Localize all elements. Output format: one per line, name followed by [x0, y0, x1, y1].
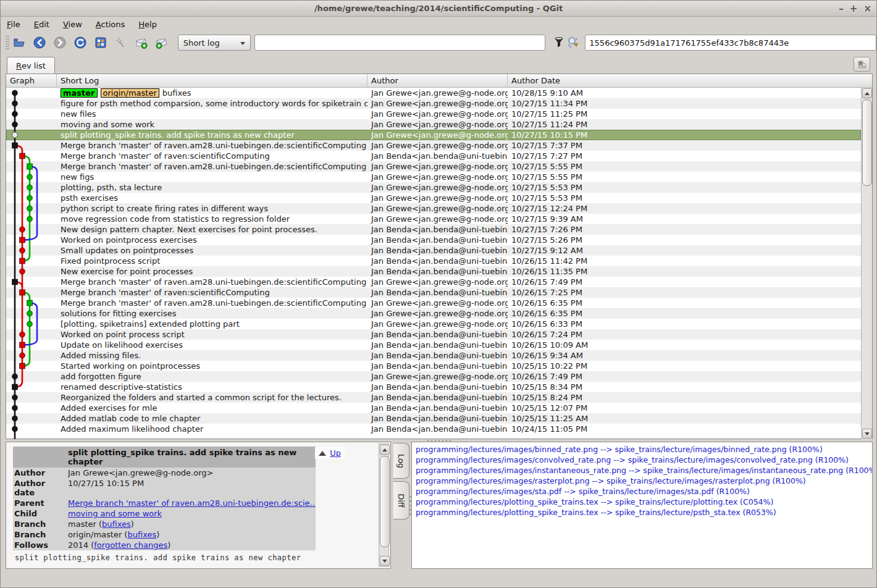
detail-link[interactable]: Merge branch 'master' of raven.am28.uni-… — [68, 498, 316, 508]
commit-row[interactable]: Added matlab code to mle chapterJan Bend… — [6, 413, 861, 424]
commit-row[interactable]: Worked on point process scriptJan Benda<… — [6, 329, 861, 340]
commit-row[interactable]: split plotting_spike trains. add spike t… — [6, 130, 861, 140]
save-patch-icon[interactable] — [134, 35, 149, 50]
commit-subject: Added matlab code to mle chapter — [57, 413, 367, 424]
commit-row[interactable]: Merge branch 'master' of raven.am28.uni-… — [6, 277, 861, 287]
detail-label: Parent — [13, 498, 68, 508]
commit-row[interactable]: python script to create firing rates in … — [6, 203, 861, 214]
reload-icon[interactable] — [73, 35, 88, 50]
filter-icon[interactable] — [552, 35, 566, 50]
file-rename-entry[interactable]: programming/lectures/plotting_spike_trai… — [416, 497, 868, 507]
detail-link[interactable]: bufixes — [102, 519, 131, 529]
detail-link[interactable]: bufixes — [127, 530, 156, 539]
commit-row[interactable]: new filesJan Grewe<jan.grewe@g-node.org>… — [6, 109, 861, 119]
detail-link[interactable]: forgotten changes — [94, 540, 167, 550]
commit-date: 10/27/15 11:24 PM — [508, 119, 861, 130]
file-list-panel: programming/lectures/images/binned_rate.… — [411, 442, 873, 569]
commit-info-box: split plotting_spike trains. add spike t… — [13, 447, 316, 550]
detail-link[interactable]: moving and some work — [68, 509, 162, 518]
search-input[interactable] — [254, 35, 545, 51]
commit-author: Jan Benda<jan.benda@uni-tuebing... — [367, 245, 508, 256]
up-link[interactable]: Up — [315, 447, 345, 459]
close-button[interactable]: × — [863, 4, 871, 14]
tab-log[interactable]: Log — [393, 443, 409, 479]
details-scrollbar-thumb[interactable] — [380, 456, 390, 547]
menu-actions[interactable]: Actions — [96, 20, 125, 29]
file-rename-entry[interactable]: programming/lectures/images/instantaneou… — [416, 465, 868, 476]
commit-row[interactable]: Merge branch 'master' of raven.am28.uni-… — [6, 161, 861, 172]
commit-row[interactable]: New exercise for point processesJan Bend… — [6, 266, 861, 277]
wand-icon[interactable] — [114, 35, 128, 50]
maximize-button[interactable]: + — [850, 4, 858, 14]
commit-subject: Added maximum likelihood chapter — [57, 424, 367, 434]
commit-row[interactable]: solutions for fitting exercisesJan Grewe… — [6, 308, 861, 319]
commit-row[interactable]: Fixed pointprocess scriptJan Benda<jan.b… — [6, 256, 861, 266]
close-tab-button[interactable] — [854, 57, 870, 72]
commit-row[interactable]: move regression code from statistics to … — [6, 214, 861, 224]
commit-author: Jan Grewe<jan.grewe@g-node.org> — [367, 203, 508, 214]
commit-row[interactable]: Started working on pointprocessesJan Ben… — [6, 361, 861, 371]
commit-row[interactable]: Merge branch 'master' of raven.am28.uni-… — [6, 298, 861, 308]
highlight-search-icon[interactable] — [566, 35, 580, 50]
commit-row[interactable]: renamed descriptive-statisticsJan Benda<… — [6, 382, 861, 392]
commit-row[interactable]: Added maximum likelihood chapterJan Bend… — [6, 424, 861, 434]
commit-row[interactable]: Reorganized the folders and started a co… — [6, 392, 861, 403]
file-rename-entry[interactable]: programming/lectures/images/sta.pdf --> … — [416, 486, 868, 497]
commit-row[interactable]: figure for psth method comparsion, some … — [6, 98, 861, 109]
tab-rev-list[interactable]: Rev list — [7, 57, 55, 74]
toolbar-drag-handle[interactable] — [6, 35, 9, 50]
commit-row[interactable]: Merge branch 'master' of raven:scientifi… — [6, 287, 861, 298]
commit-row[interactable]: Update on likelihood exercisesJan Benda<… — [6, 340, 861, 350]
details-scrollbar[interactable] — [379, 443, 389, 567]
menu-file[interactable]: File — [7, 20, 20, 29]
commit-row[interactable]: Worked on pointprocess exercisesJan Bend… — [6, 235, 861, 245]
back-icon[interactable] — [32, 35, 47, 50]
commit-row[interactable]: masterorigin/masterbufixesJan Grewe<jan.… — [6, 88, 861, 98]
detail-label: Follows — [13, 540, 68, 550]
column-header-graph[interactable]: Graph — [6, 74, 57, 88]
table-header: GraphShort LogAuthorAuthor Date — [6, 74, 872, 88]
forward-icon[interactable] — [52, 35, 67, 50]
commit-author: Jan Grewe<jan.grewe@g-node.org> — [367, 88, 508, 98]
apply-patch-icon[interactable] — [154, 35, 169, 50]
commit-row[interactable]: [plotting, spiketrains] extended plottin… — [6, 319, 861, 329]
scroll-down-button[interactable] — [862, 429, 872, 439]
commit-row[interactable]: New design pattern chapter. Next exercis… — [6, 224, 861, 235]
up-link-label[interactable]: Up — [330, 448, 341, 458]
details-scroll-down[interactable] — [380, 556, 390, 566]
scrollbar-thumb[interactable] — [862, 99, 872, 186]
commit-details-panel: split plotting_spike trains. add spike t… — [6, 442, 391, 569]
commit-row[interactable]: Merge branch 'master' of raven:scientifi… — [6, 151, 861, 161]
minimize-button[interactable]: – — [839, 4, 844, 14]
commit-row[interactable]: plotting, psth, sta lectureJan Grewe<jan… — [6, 182, 861, 193]
commit-row[interactable]: psth exercisesJan Grewe<jan.grewe@g-node… — [6, 193, 861, 203]
column-header-short-log[interactable]: Short Log — [57, 74, 367, 88]
file-rename-entry[interactable]: programming/lectures/images/rasterplot.p… — [416, 476, 868, 486]
file-rename-entry[interactable]: programming/lectures/plotting_spike_trai… — [416, 507, 868, 518]
sha-input[interactable] — [585, 35, 876, 51]
tab-diff[interactable]: Diff — [393, 481, 409, 519]
column-header-author-date[interactable]: Author Date — [508, 74, 861, 88]
commit-row[interactable]: Small updates on pointprocessesJan Benda… — [6, 245, 861, 256]
open-icon[interactable] — [12, 35, 27, 50]
commit-row[interactable]: Added exercises for mleJan Benda<jan.ben… — [6, 403, 861, 413]
table-scrollbar[interactable] — [861, 88, 872, 439]
view-icon[interactable] — [93, 35, 108, 50]
commit-row[interactable]: new figsJan Grewe<jan.grewe@g-node.org>1… — [6, 172, 861, 182]
details-scroll-up[interactable] — [380, 445, 390, 455]
commit-row[interactable]: Merge branch 'master' of raven.am28.uni-… — [6, 140, 861, 151]
commit-subject: figure for psth method comparsion, some … — [57, 98, 367, 109]
view-mode-select[interactable]: Short log — [178, 35, 251, 51]
commit-row[interactable]: moving and some workJan Grewe<jan.grewe@… — [6, 119, 861, 130]
commit-row[interactable]: Added missing files.Jan Benda<jan.benda@… — [6, 350, 861, 361]
file-rename-entry[interactable]: programming/lectures/images/binned_rate.… — [416, 444, 868, 455]
menu-help[interactable]: Help — [138, 20, 157, 29]
column-header-author[interactable]: Author — [367, 74, 508, 88]
menu-edit[interactable]: Edit — [34, 20, 49, 29]
title-bar[interactable]: /home/grewe/teaching/2014/scientificComp… — [1, 1, 876, 17]
scroll-up-button[interactable] — [862, 88, 872, 98]
commit-row[interactable]: add forgotten figureJan Grewe<jan.grewe@… — [6, 371, 861, 382]
menu-view[interactable]: View — [63, 20, 82, 29]
file-rename-entry[interactable]: programming/lectures/images/convolved_ra… — [416, 455, 868, 465]
commit-author: Jan Grewe<jan.grewe@g-node.org> — [367, 109, 508, 119]
